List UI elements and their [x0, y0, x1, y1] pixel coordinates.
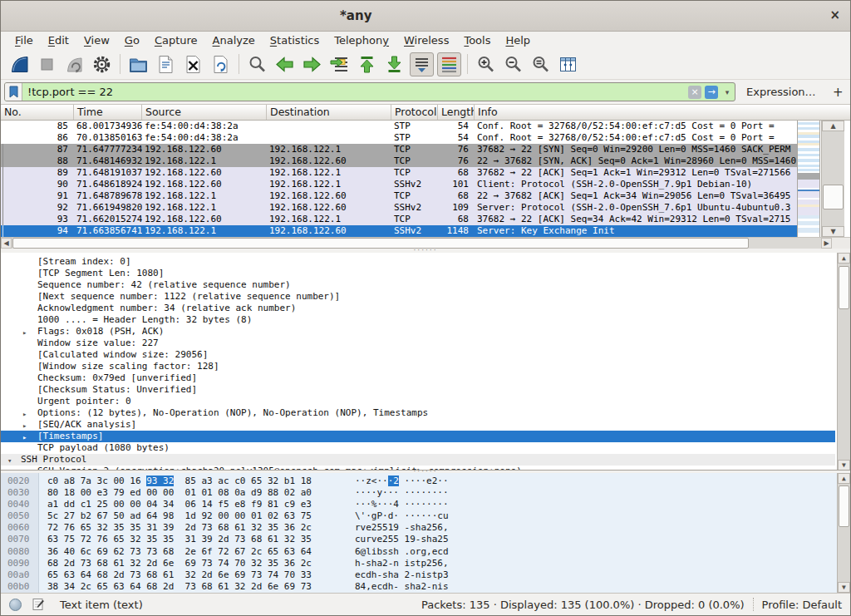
packet-row-87[interactable]: 8771.647777234192.168.122.60192.168.122.… — [1, 144, 797, 155]
column-header-protocol[interactable]: Protocol — [391, 105, 438, 120]
detail-line[interactable]: Acknowledgment number: 34 (relative ack … — [1, 303, 835, 314]
hex-row-0060[interactable]: 006072 76 65 32 35 35 31 39 2d 73 68 61 … — [1, 522, 835, 534]
detail-line[interactable]: ▸[SEQ/ACK analysis] — [1, 419, 835, 431]
menu-edit[interactable]: Edit — [41, 32, 76, 48]
scroll-down-icon[interactable]: ▼ — [822, 226, 844, 237]
scroll-up-icon[interactable]: ▲ — [838, 253, 850, 264]
column-header-length[interactable]: Length — [438, 105, 475, 120]
scroll-up-icon[interactable]: ▲ — [822, 121, 844, 131]
packet-row-92[interactable]: 9271.661949820192.168.122.1192.168.122.6… — [1, 202, 797, 214]
packet-list-hscrollbar[interactable]: ◀ ▶ — [1, 237, 832, 249]
scroll-right-icon[interactable]: ▶ — [821, 238, 832, 249]
collapsed-icon[interactable]: ▸ — [22, 466, 27, 471]
packet-row-88[interactable]: 8871.648146932192.168.122.1192.168.122.6… — [1, 155, 797, 167]
go-to-packet-icon[interactable] — [327, 52, 352, 76]
packet-row-93[interactable]: 9371.662015274192.168.122.60192.168.122.… — [1, 214, 797, 225]
open-file-icon[interactable] — [126, 52, 150, 76]
intelligent-scrollbar[interactable] — [797, 121, 820, 237]
detail-line[interactable]: TCP payload (1080 bytes) — [1, 442, 835, 454]
zoom-original-icon[interactable] — [529, 52, 553, 76]
hex-row-0050[interactable]: 00505c 27 b2 67 50 ad 64 98 1d 92 00 00 … — [1, 510, 835, 522]
collapsed-icon[interactable]: ▸ — [22, 420, 27, 431]
menu-go[interactable]: Go — [117, 32, 147, 48]
detail-line[interactable]: ▸Flags: 0x018 (PSH, ACK) — [1, 326, 835, 338]
detail-line[interactable]: ▸[Timestamps] — [1, 431, 835, 442]
detail-line[interactable]: Checksum: 0x79ed [unverified] — [1, 372, 835, 384]
column-header-destination[interactable]: Destination — [267, 105, 391, 120]
filter-history-dropdown-icon[interactable]: ▾ — [721, 88, 733, 96]
menu-statistics[interactable]: Statistics — [263, 32, 327, 48]
titlebar[interactable]: *any × — [1, 1, 850, 32]
detail-line[interactable]: [Checksum Status: Unverified] — [1, 384, 835, 396]
detail-line[interactable]: ▸Options: (12 bytes), No-Operation (NOP)… — [1, 407, 835, 419]
zoom-out-icon[interactable] — [501, 52, 525, 76]
menu-analyze[interactable]: Analyze — [205, 32, 263, 48]
detail-line[interactable]: [TCP Segment Len: 1080] — [1, 268, 835, 279]
hex-row-0030[interactable]: 003080 18 00 e3 79 ed 00 00 01 01 08 0a … — [1, 487, 835, 499]
hex-row-00b0[interactable]: 00b038 34 2c 65 63 64 68 2d 73 68 61 32 … — [1, 581, 835, 593]
capture-options-icon[interactable] — [90, 52, 114, 76]
packet-list-vscrollbar[interactable]: ▲ ▼ — [821, 121, 844, 237]
find-packet-icon[interactable] — [245, 52, 269, 76]
detail-line[interactable]: ▾SSH Protocol — [1, 454, 835, 466]
colorize-icon[interactable] — [437, 52, 461, 76]
expert-info-icon[interactable] — [9, 599, 22, 611]
restart-capture-icon[interactable] — [62, 52, 86, 76]
filter-bookmark-icon[interactable] — [5, 83, 22, 101]
hex-row-0020[interactable]: 0020c0 a8 7a 3c 00 16 93 32 85 a3 ac c0 … — [1, 476, 835, 487]
display-filter-field[interactable]: !tcp.port == 22 × → ▾ — [4, 82, 735, 101]
expression-button[interactable]: Expression… — [746, 86, 816, 98]
column-header-time[interactable]: Time — [74, 105, 142, 120]
go-last-icon[interactable] — [382, 52, 406, 76]
packet-row-89[interactable]: 8971.648191037192.168.122.60192.168.122.… — [1, 167, 797, 179]
column-header-no[interactable]: No. — [1, 105, 74, 120]
column-header-source[interactable]: Source — [142, 105, 267, 120]
profile-label[interactable]: Profile: Default — [762, 599, 842, 611]
detail-line[interactable]: ▸SSH Version 2 (encryption:chacha20-poly… — [1, 466, 835, 471]
detail-line[interactable]: [Calculated window size: 29056] — [1, 349, 835, 361]
collapsed-icon[interactable]: ▸ — [22, 408, 27, 420]
menu-view[interactable]: View — [76, 32, 117, 48]
detail-line[interactable]: [Next sequence number: 1122 (relative se… — [1, 291, 835, 303]
hex-row-0080[interactable]: 008036 40 6c 69 62 73 73 68 2e 6f 72 67 … — [1, 546, 835, 558]
packet-row-90[interactable]: 9071.648618924192.168.122.60192.168.122.… — [1, 179, 797, 190]
details-vscrollbar[interactable]: ▲ ▼ — [837, 253, 850, 471]
detail-line[interactable]: Urgent pointer: 0 — [1, 396, 835, 407]
close-window-icon[interactable]: × — [829, 7, 840, 22]
stop-capture-icon[interactable] — [35, 52, 59, 76]
menu-capture[interactable]: Capture — [147, 32, 205, 48]
zoom-in-icon[interactable] — [474, 52, 498, 76]
hex-row-0090[interactable]: 009068 2d 73 68 61 32 2d 6e 69 73 74 70 … — [1, 558, 835, 569]
detail-line[interactable]: Window size value: 227 — [1, 338, 835, 349]
collapsed-icon[interactable]: ▸ — [22, 327, 27, 338]
resize-columns-icon[interactable] — [556, 52, 580, 76]
menu-help[interactable]: Help — [498, 32, 538, 48]
scroll-down-icon[interactable]: ▼ — [838, 460, 850, 471]
scroll-up-icon[interactable]: ▲ — [838, 473, 850, 484]
detail-line[interactable]: [Window size scaling factor: 128] — [1, 361, 835, 372]
packet-row-85[interactable]: 8568.001734936fe:54:00:d4:38:2aSTP54Conf… — [1, 121, 797, 132]
apply-filter-icon[interactable]: → — [705, 86, 718, 99]
expanded-icon[interactable]: ▾ — [7, 455, 12, 466]
hex-row-00a0[interactable]: 00a065 63 64 68 2d 73 68 61 32 2d 6e 69 … — [1, 569, 835, 581]
column-header-info[interactable]: Info — [475, 105, 850, 120]
hex-vscrollbar[interactable]: ▲ ▼ — [837, 473, 850, 593]
auto-scroll-icon[interactable] — [410, 52, 434, 76]
detail-line[interactable]: 1000 .... = Header Length: 32 bytes (8) — [1, 314, 835, 326]
packet-row-94[interactable]: 9471.663856741192.168.122.1192.168.122.6… — [1, 225, 797, 237]
display-filter-input[interactable]: !tcp.port == 22 — [22, 86, 688, 98]
capture-comment-icon[interactable] — [32, 598, 45, 611]
save-file-icon[interactable] — [154, 52, 178, 76]
clear-filter-icon[interactable]: × — [688, 86, 701, 99]
scroll-left-icon[interactable]: ◀ — [1, 238, 12, 249]
packet-row-86[interactable]: 8670.013850163fe:54:00:d4:38:2aSTP54Conf… — [1, 132, 797, 144]
hex-row-0040[interactable]: 0040a1 dd c1 25 00 00 04 34 06 14 f5 e8 … — [1, 499, 835, 510]
menu-telephony[interactable]: Telephony — [327, 32, 396, 48]
go-forward-icon[interactable] — [300, 52, 324, 76]
collapsed-icon[interactable]: ▸ — [22, 431, 27, 443]
go-back-icon[interactable] — [273, 52, 297, 76]
reload-file-icon[interactable] — [209, 52, 233, 76]
detail-line[interactable]: Sequence number: 42 (relative sequence n… — [1, 279, 835, 291]
close-file-icon[interactable] — [181, 52, 205, 76]
add-filter-button[interactable]: + — [829, 85, 847, 100]
